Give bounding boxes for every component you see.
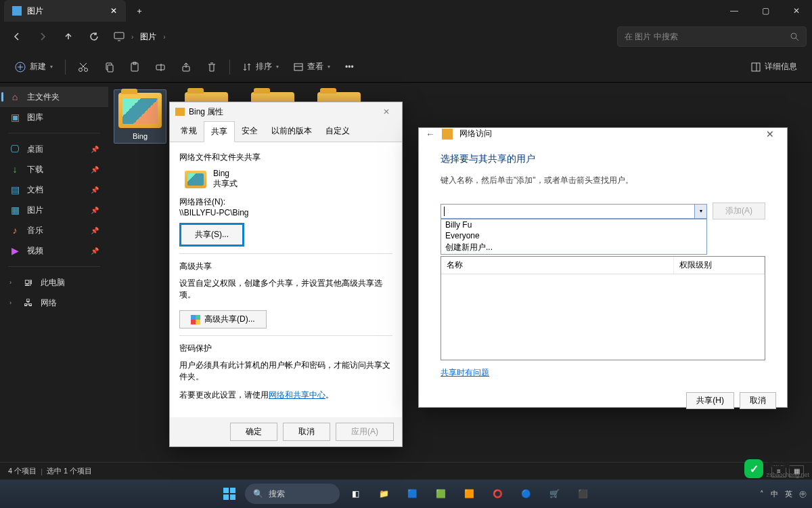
tab-security[interactable]: 安全 bbox=[235, 121, 265, 142]
system-tray[interactable]: ˄ 中 英 ㊥ bbox=[760, 489, 807, 499]
chevron-down-icon: ▾ bbox=[328, 64, 330, 70]
details-icon bbox=[751, 62, 761, 72]
pin-icon: 📌 bbox=[91, 146, 99, 153]
ime-indicator[interactable]: 中 bbox=[771, 489, 778, 499]
tab-general[interactable]: 常规 bbox=[174, 121, 204, 142]
svg-rect-6 bbox=[108, 65, 113, 72]
taskbar-app[interactable]: 🟧 bbox=[456, 481, 482, 507]
back-button[interactable] bbox=[5, 25, 28, 48]
explorer-tab[interactable]: 图片 ✕ bbox=[4, 0, 126, 22]
column-header-name[interactable]: 名称 bbox=[441, 257, 674, 274]
delete-button[interactable] bbox=[201, 56, 223, 78]
taskbar-app[interactable]: ⭕ bbox=[484, 481, 510, 507]
share-button[interactable] bbox=[175, 56, 197, 78]
tab-customize[interactable]: 自定义 bbox=[319, 121, 357, 142]
search-input[interactable]: 在 图片 中搜索 bbox=[617, 26, 807, 47]
cancel-button[interactable]: 取消 bbox=[740, 392, 776, 409]
ime-indicator[interactable]: 英 bbox=[785, 489, 792, 499]
chevron-down-icon[interactable]: ▾ bbox=[694, 205, 706, 218]
copy-button[interactable] bbox=[98, 56, 120, 78]
minimize-button[interactable]: — bbox=[719, 0, 750, 22]
folder-item-bing[interactable]: Bing bbox=[114, 89, 166, 144]
taskbar-search[interactable]: 🔍搜索 bbox=[245, 484, 340, 504]
combobox-dropdown: Billy Fu Everyone 创建新用户... bbox=[441, 219, 707, 255]
maximize-button[interactable]: ▢ bbox=[750, 0, 781, 22]
close-window-button[interactable]: ✕ bbox=[781, 0, 812, 22]
taskbar-app[interactable]: 📁 bbox=[371, 481, 397, 507]
permissions-table[interactable]: 名称 权限级别 bbox=[441, 256, 765, 360]
details-pane-button[interactable]: 详细信息 bbox=[746, 56, 803, 78]
dialog-footer: 确定 取消 应用(A) bbox=[170, 417, 402, 446]
sidebar-item-pictures[interactable]: ▦图片📌 bbox=[0, 200, 108, 220]
new-tab-button[interactable]: ＋ bbox=[130, 1, 149, 20]
search-placeholder: 在 图片 中搜索 bbox=[625, 31, 785, 43]
close-tab-icon[interactable]: ✕ bbox=[110, 7, 118, 15]
dialog-body: 选择要与其共享的用户 键入名称，然后单击"添加"，或者单击箭头查找用户。 ▾ B… bbox=[419, 140, 787, 385]
sidebar-item-videos[interactable]: ▶视频📌 bbox=[0, 240, 108, 261]
dialog-title: Bing 属性 bbox=[189, 106, 223, 118]
apply-button[interactable]: 应用(A) bbox=[336, 423, 394, 441]
dialog-titlebar[interactable]: Bing 属性 ✕ bbox=[170, 102, 402, 121]
tab-previous-versions[interactable]: 以前的版本 bbox=[265, 121, 319, 142]
share-button[interactable]: 共享(S)... bbox=[179, 223, 244, 247]
watermark-logo: ✓ bbox=[744, 459, 763, 478]
sidebar-item-thispc[interactable]: ›🖳此电脑 bbox=[0, 272, 108, 293]
ime-icon[interactable]: ㊥ bbox=[799, 489, 807, 499]
dropdown-option[interactable]: Billy Fu bbox=[441, 219, 706, 230]
network-icon: 🖧 bbox=[23, 297, 34, 308]
cancel-button[interactable]: 取消 bbox=[283, 423, 330, 441]
sidebar-item-documents[interactable]: ▤文档📌 bbox=[0, 179, 108, 200]
column-header-permission[interactable]: 权限级别 bbox=[674, 257, 765, 274]
breadcrumb-segment[interactable]: 图片 bbox=[140, 31, 156, 43]
up-button[interactable] bbox=[57, 25, 80, 48]
sort-button[interactable]: 排序 ▾ bbox=[237, 56, 284, 78]
taskbar-app[interactable]: 🟩 bbox=[428, 481, 453, 507]
taskbar-app[interactable]: 🛒 bbox=[541, 481, 567, 507]
sidebar-item-music[interactable]: ♪音乐📌 bbox=[0, 220, 108, 240]
view-button[interactable]: 查看 ▾ bbox=[288, 56, 336, 78]
sidebar-item-home[interactable]: ⌂主文件夹 bbox=[0, 87, 108, 107]
sidebar-item-desktop[interactable]: 🖵桌面📌 bbox=[0, 139, 108, 159]
forward-button[interactable] bbox=[31, 25, 54, 48]
network-path-label: 网络路径(N): bbox=[179, 196, 392, 208]
watermark-url: zsbaocheng.net bbox=[766, 471, 809, 478]
more-button[interactable]: ••• bbox=[340, 56, 359, 78]
taskbar-app[interactable]: ⬛ bbox=[570, 481, 595, 507]
advanced-sharing-button[interactable]: 高级共享(D)... bbox=[179, 310, 267, 329]
cut-button[interactable] bbox=[72, 56, 94, 78]
tab-sharing[interactable]: 共享 bbox=[204, 121, 235, 142]
close-button[interactable]: ✕ bbox=[760, 129, 780, 140]
close-button[interactable]: ✕ bbox=[376, 107, 397, 117]
chevron-up-icon[interactable]: ˄ bbox=[760, 490, 764, 499]
troubleshoot-link[interactable]: 共享时有问题 bbox=[441, 367, 765, 379]
dropdown-option[interactable]: Everyone bbox=[441, 230, 706, 241]
sidebar-item-gallery[interactable]: ▣图库 bbox=[0, 107, 108, 127]
paste-button[interactable] bbox=[124, 56, 145, 78]
share-icon bbox=[442, 129, 453, 140]
sidebar-item-downloads[interactable]: ↓下载📌 bbox=[0, 159, 108, 179]
task-view-button[interactable]: ◧ bbox=[342, 481, 368, 507]
network-center-link[interactable]: 网络和共享中心 bbox=[269, 390, 325, 400]
start-button[interactable] bbox=[217, 481, 242, 507]
share-button[interactable]: 共享(H) bbox=[686, 392, 734, 409]
network-path-value: \\BILLYFU-PC\Bing bbox=[179, 208, 392, 217]
password-protection-group: 密码保护 用户必须具有此计算机的用户帐户和密码，才能访问共享文件夹。 若要更改此… bbox=[179, 335, 392, 401]
address-bar[interactable]: › 图片 › bbox=[114, 31, 614, 43]
taskbar-app[interactable]: 🔵 bbox=[513, 481, 539, 507]
sidebar-item-network[interactable]: ›🖧网络 bbox=[0, 293, 108, 313]
new-button[interactable]: 新建 ▾ bbox=[9, 56, 58, 78]
dropdown-option[interactable]: 创建新用户... bbox=[441, 241, 706, 254]
rename-button[interactable] bbox=[150, 56, 171, 78]
folder-icon bbox=[185, 171, 206, 188]
refresh-button[interactable] bbox=[83, 25, 106, 48]
add-button[interactable]: 添加(A) bbox=[713, 203, 765, 219]
taskbar-app[interactable]: 🟦 bbox=[399, 481, 425, 507]
view-icon bbox=[294, 62, 303, 72]
dialog-subtext: 键入名称，然后单击"添加"，或者单击箭头查找用户。 bbox=[441, 175, 765, 186]
dialog-footer: 共享(H) 取消 bbox=[419, 385, 787, 419]
back-button[interactable]: ← bbox=[426, 129, 435, 140]
user-combobox[interactable]: ▾ Billy Fu Everyone 创建新用户... bbox=[441, 204, 707, 219]
plus-circle-icon bbox=[15, 62, 26, 72]
dialog-heading: 选择要与其共享的用户 bbox=[441, 153, 765, 165]
ok-button[interactable]: 确定 bbox=[230, 423, 277, 441]
